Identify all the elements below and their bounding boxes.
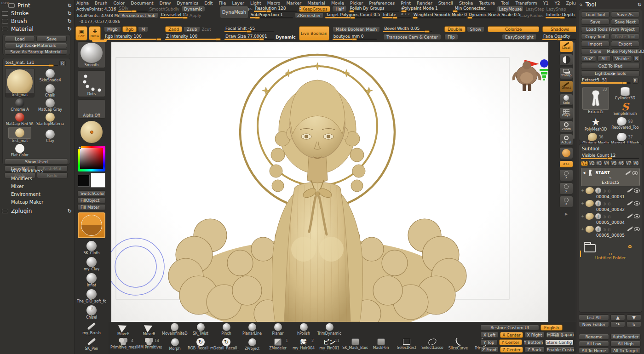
- move-down-button[interactable]: ▼: [627, 314, 641, 320]
- slider-z-intensity-100[interactable]: Z Intensity 100: [165, 34, 221, 40]
- slider-polypaint-mode-1[interactable]: Polypaint Mode 1: [401, 6, 452, 12]
- subtool-item-00005-00004[interactable]: +‖◑◐00005_00004: [581, 213, 640, 225]
- menu-layer[interactable]: Layer: [232, 0, 244, 6]
- tab-v3[interactable]: V3: [596, 161, 603, 166]
- shelf-x[interactable]: x: [559, 169, 573, 181]
- y-top-button[interactable]: Y Top: [480, 339, 498, 345]
- menu-tool[interactable]: Tool: [501, 0, 509, 6]
- save-startup-material-button[interactable]: Save As Startup Material: [5, 49, 67, 55]
- store-config-button[interactable]: Store Config: [545, 339, 574, 345]
- make-boolean-mesh-button[interactable]: Make Boolean Mesh: [333, 26, 380, 32]
- shelf-thumb-smooth[interactable]: Smooth: [78, 41, 105, 68]
- tab-v8[interactable]: V8: [632, 161, 639, 166]
- pause-icon[interactable]: ‖: [595, 188, 601, 194]
- menu-movie[interactable]: Movie: [331, 0, 344, 6]
- brush-item-my-clay[interactable]: my_Clay: [84, 257, 99, 271]
- tab-v1[interactable]: V1: [581, 161, 588, 166]
- all-button[interactable]: All: [598, 56, 611, 62]
- load-tools-from-project-button[interactable]: Load Tools From Project: [581, 26, 640, 32]
- expand-plus-icon[interactable]: +: [581, 214, 584, 218]
- lightbox-materials-button[interactable]: Lightbox▶Materials: [5, 43, 67, 48]
- save-button[interactable]: Save: [581, 19, 610, 25]
- slider-fade-opacity[interactable]: Fade Opacity: [542, 34, 577, 40]
- tray-brush-trimdynamic[interactable]: TrimDynamic: [316, 323, 342, 336]
- material-section-environment[interactable]: Environment: [11, 192, 40, 197]
- rename-button[interactable]: Rename: [579, 334, 609, 340]
- menu-y1[interactable]: Y1: [543, 0, 549, 6]
- autoreorder-button[interactable]: AutoReorder: [610, 334, 641, 340]
- slider-resolution-128[interactable]: Resolution 128: [254, 6, 297, 12]
- menu-stencil[interactable]: Stencil: [438, 0, 453, 6]
- slider-weighted-smooth-mode-0[interactable]: Weighted Smooth Mode 0: [413, 12, 466, 18]
- slider-visible-count-12[interactable]: Visible Count 12: [581, 153, 639, 159]
- orange-ball-icon[interactable]: [559, 147, 573, 159]
- subtool-item-00005-00005[interactable]: +‖◑◐00005_00005: [581, 226, 640, 238]
- menu-alpha[interactable]: Alpha: [76, 0, 89, 6]
- material-thumb-skinshade4[interactable]: SkinShade4: [39, 68, 61, 82]
- tray-brush-sk-mask-bais[interactable]: SK_Mask_Bais: [342, 338, 368, 351]
- slider-draw-size-77-00001[interactable]: Draw Size 77.00001: [224, 34, 274, 40]
- x-left-button[interactable]: X Left: [480, 332, 499, 338]
- save-as-button[interactable]: Save As: [611, 11, 639, 17]
- menu-edit[interactable]: Edit: [204, 0, 213, 6]
- menu-light[interactable]: Light: [250, 0, 261, 6]
- tray-brush-moveb[interactable]: MoveB: [136, 323, 162, 336]
- tray-brush-my-pin001[interactable]: ピン11my_Pin001: [316, 338, 342, 351]
- tool-thumb-polymesh3d[interactable]: ★PolyMesh3D: [585, 117, 607, 131]
- paste-tool-button[interactable]: Paste Tool: [611, 34, 639, 40]
- lazymouse-button[interactable]: LazyMouse: [497, 6, 523, 12]
- zremesher-button[interactable]: ZRemesher: [295, 12, 323, 18]
- refresh-icon[interactable]: ↻: [68, 18, 72, 24]
- visibility-eye-icon[interactable]: [634, 188, 640, 193]
- flip-button[interactable]: Flip: [444, 34, 458, 40]
- slider-target-polygons-count-0-5[interactable]: Target Polygons Count 0.5: [325, 12, 380, 18]
- move-out-button[interactable]: ↷: [610, 321, 625, 327]
- refresh-icon[interactable]: ↻: [68, 208, 72, 214]
- expand-plus-icon[interactable]: +: [581, 188, 584, 193]
- material-thumb-matcap-red-w[interactable]: MatCap Red W.: [6, 113, 34, 126]
- slider-handle[interactable]: [425, 30, 430, 33]
- shelf-local[interactable]: Local: [559, 40, 573, 52]
- live-boolean-button[interactable]: Live Boolean: [299, 26, 329, 40]
- enable-custo-button[interactable]: Enable Custo: [546, 347, 575, 353]
- tray-brush-planarline[interactable]: PlanarLine: [239, 323, 265, 336]
- material-thumb-clay[interactable]: Clay: [46, 127, 55, 143]
- shelf-z[interactable]: z: [559, 196, 573, 208]
- refresh-icon[interactable]: ↻: [638, 2, 642, 8]
- pause-icon[interactable]: ‖: [595, 200, 601, 206]
- polypaint-icon[interactable]: [627, 214, 632, 218]
- palette-header-print[interactable]: Print↻: [2, 2, 72, 9]
- tool-thumb-extract5[interactable]: 22Extract5: [582, 87, 609, 116]
- visibility-eye-icon[interactable]: [634, 214, 640, 218]
- tool-thumb-cylinder3d[interactable]: Cylinder3D: [615, 87, 635, 100]
- tray-brush-primitive-mesh[interactable]: 4Primitive_mesh: [110, 338, 136, 351]
- tab-v4[interactable]: V4: [603, 161, 610, 166]
- slider-dynamic-brush-scale-0-5[interactable]: Dynamic Brush Scale 0.5: [468, 12, 518, 18]
- material-thumb-startupmateria[interactable]: StartupMateria: [36, 113, 64, 126]
- expand-plus-icon[interactable]: +: [581, 201, 584, 206]
- zsub-button[interactable]: Zsub: [184, 26, 200, 32]
- slider-extract5-51[interactable]: Extract5. 51: [581, 78, 631, 84]
- tray-brush-zmodeler[interactable]: 1ZModeler: [265, 338, 291, 351]
- polypaint-icon[interactable]: [625, 171, 631, 175]
- slider-focal-shift-55[interactable]: Focal Shift -55: [224, 26, 274, 32]
- material-section-matcap-maker[interactable]: Matcap Maker: [11, 200, 43, 205]
- brush-item-inflat[interactable]: Inflat: [86, 273, 97, 287]
- palette-header-zplugin[interactable]: Zplugin↻: [2, 208, 72, 214]
- slider-handle[interactable]: [392, 17, 397, 19]
- menu-print[interactable]: Print: [401, 0, 411, 6]
- shadows-button[interactable]: Shadows: [542, 26, 577, 32]
- menu-draw[interactable]: Draw: [159, 0, 171, 6]
- reconstruct-sub-button[interactable]: Reconstruct Sub: [119, 12, 158, 18]
- tool-thumb-recovered-too[interactable]: 98Recovered_Too: [611, 117, 639, 131]
- subtool-item-00004-00032[interactable]: +‖◑◐00004_00032: [581, 200, 640, 212]
- slider-infinite-depth[interactable]: Infinite Depth: [546, 12, 580, 18]
- tray-brush-imm-primitives[interactable]: 14IMM Primitives: [136, 338, 162, 351]
- subtool-item-extract5[interactable]: ◀START5Extract5: [581, 168, 640, 186]
- slider-handle[interactable]: [350, 17, 355, 19]
- polypaint-icon[interactable]: [627, 201, 632, 206]
- z-back-button[interactable]: Z Back: [524, 347, 545, 353]
- secondary-color-swatch[interactable]: [91, 173, 105, 188]
- new-folder-button[interactable]: New Folder: [579, 321, 609, 327]
- material-thumb-chrome-a[interactable]: Chrome A: [11, 98, 29, 112]
